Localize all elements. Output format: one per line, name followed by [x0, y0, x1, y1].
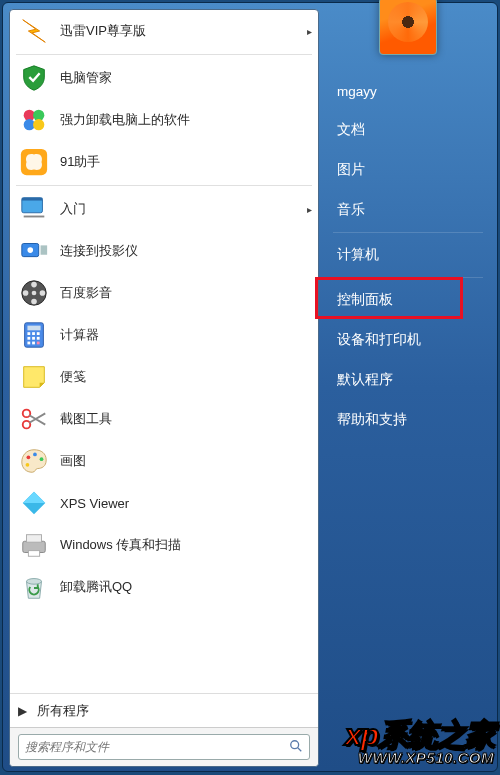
- svg-rect-21: [27, 337, 30, 340]
- program-uninstall-qq[interactable]: 卸载腾讯QQ: [10, 566, 318, 608]
- start-menu-body: 迅雷VIP尊享版 ▸ 电脑管家 强力卸载电脑上的软件: [3, 3, 497, 771]
- projector-icon: [18, 235, 50, 267]
- right-link-music[interactable]: 音乐: [319, 190, 497, 230]
- search-input[interactable]: [25, 740, 289, 754]
- svg-rect-6: [22, 198, 43, 201]
- right-link-documents[interactable]: 文档: [319, 110, 497, 150]
- divider: [16, 185, 312, 186]
- program-calculator[interactable]: 计算器: [10, 314, 318, 356]
- program-label: 入门: [60, 200, 86, 218]
- program-label: 强力卸载电脑上的软件: [60, 111, 190, 129]
- separator: [333, 277, 483, 278]
- right-panel: mgayy 文档 图片 音乐 计算机 控制面板 设备和打印机 默认程序 帮助和支…: [319, 3, 497, 771]
- calculator-icon: [18, 319, 50, 351]
- svg-rect-18: [27, 332, 30, 335]
- svg-point-12: [31, 299, 37, 305]
- program-label: Windows 传真和扫描: [60, 536, 181, 554]
- program-label: 电脑管家: [60, 69, 112, 87]
- program-label: 连接到投影仪: [60, 242, 138, 260]
- right-link-username[interactable]: mgayy: [319, 73, 497, 110]
- svg-rect-19: [32, 332, 35, 335]
- program-baidu-video[interactable]: 百度影音: [10, 272, 318, 314]
- program-getting-started[interactable]: 入门 ▸: [10, 188, 318, 230]
- svg-rect-34: [27, 535, 42, 543]
- program-pcmanager[interactable]: 电脑管家: [10, 57, 318, 99]
- right-link-devices-printers[interactable]: 设备和打印机: [319, 320, 497, 360]
- all-programs-button[interactable]: ▶ 所有程序: [10, 693, 318, 727]
- svg-point-31: [40, 457, 44, 461]
- program-projector[interactable]: 连接到投影仪: [10, 230, 318, 272]
- sticky-note-icon: [18, 361, 50, 393]
- program-label: 画图: [60, 452, 86, 470]
- right-link-pictures[interactable]: 图片: [319, 150, 497, 190]
- svg-rect-17: [27, 326, 40, 331]
- program-sticky-notes[interactable]: 便笺: [10, 356, 318, 398]
- program-panel: 迅雷VIP尊享版 ▸ 电脑管家 强力卸载电脑上的软件: [9, 9, 319, 767]
- svg-point-13: [23, 290, 29, 296]
- program-label: 截图工具: [60, 410, 112, 428]
- program-paint[interactable]: 画图: [10, 440, 318, 482]
- cloverleaf-icon: [18, 104, 50, 136]
- search-box[interactable]: [18, 734, 310, 760]
- recycle-bin-icon: [18, 571, 50, 603]
- svg-rect-25: [32, 342, 35, 345]
- butterfly-icon: [18, 146, 50, 178]
- svg-point-9: [27, 247, 33, 253]
- svg-point-29: [27, 455, 31, 459]
- program-label: 迅雷VIP尊享版: [60, 22, 146, 40]
- program-force-uninstall[interactable]: 强力卸载电脑上的软件: [10, 99, 318, 141]
- svg-point-11: [31, 282, 37, 288]
- shield-icon: [18, 62, 50, 94]
- svg-rect-22: [32, 337, 35, 340]
- right-link-computer[interactable]: 计算机: [319, 235, 497, 275]
- xps-icon: [18, 487, 50, 519]
- separator: [333, 232, 483, 233]
- svg-point-3: [33, 119, 44, 130]
- film-reel-icon: [18, 277, 50, 309]
- search-row: [10, 727, 318, 766]
- search-icon: [289, 739, 303, 756]
- submenu-arrow-icon: ▸: [307, 26, 312, 37]
- svg-point-30: [33, 453, 37, 457]
- program-label: 百度影音: [60, 284, 112, 302]
- all-programs-label: 所有程序: [37, 702, 89, 720]
- svg-rect-26: [37, 342, 40, 345]
- svg-point-32: [26, 463, 30, 467]
- program-label: 卸载腾讯QQ: [60, 578, 132, 596]
- xunlei-icon: [18, 15, 50, 47]
- fax-icon: [18, 529, 50, 561]
- user-avatar[interactable]: [379, 0, 437, 55]
- program-xps-viewer[interactable]: XPS Viewer: [10, 482, 318, 524]
- svg-point-15: [32, 291, 37, 296]
- scissors-icon: [18, 403, 50, 435]
- palette-icon: [18, 445, 50, 477]
- program-label: XPS Viewer: [60, 496, 129, 511]
- program-label: 91助手: [60, 153, 100, 171]
- triangle-right-icon: ▶: [18, 704, 27, 718]
- svg-rect-23: [37, 337, 40, 340]
- svg-rect-8: [41, 245, 48, 254]
- program-fax-scan[interactable]: Windows 传真和扫描: [10, 524, 318, 566]
- svg-rect-35: [28, 551, 39, 557]
- program-list: 迅雷VIP尊享版 ▸ 电脑管家 强力卸载电脑上的软件: [10, 10, 318, 693]
- right-link-control-panel[interactable]: 控制面板: [319, 280, 497, 320]
- program-label: 便笺: [60, 368, 86, 386]
- program-91helper[interactable]: 91助手: [10, 141, 318, 183]
- program-xunlei-vip[interactable]: 迅雷VIP尊享版 ▸: [10, 10, 318, 52]
- svg-rect-24: [27, 342, 30, 345]
- svg-point-36: [27, 579, 42, 585]
- svg-rect-20: [37, 332, 40, 335]
- start-menu: 迅雷VIP尊享版 ▸ 电脑管家 强力卸载电脑上的软件: [2, 2, 498, 772]
- svg-point-37: [291, 740, 299, 748]
- right-link-default-programs[interactable]: 默认程序: [319, 360, 497, 400]
- right-link-help-support[interactable]: 帮助和支持: [319, 400, 497, 440]
- divider: [16, 54, 312, 55]
- svg-point-14: [40, 290, 46, 296]
- program-label: 计算器: [60, 326, 99, 344]
- submenu-arrow-icon: ▸: [307, 204, 312, 215]
- flag-icon: [18, 193, 50, 225]
- program-snipping-tool[interactable]: 截图工具: [10, 398, 318, 440]
